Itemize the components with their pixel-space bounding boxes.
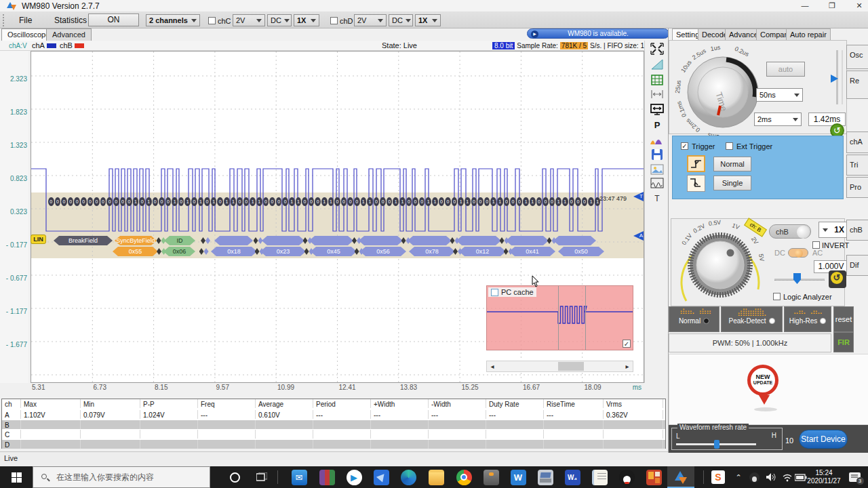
- decode-segment[interactable]: [408, 236, 452, 245]
- taskbar-app-oscilloscope[interactable]: [667, 466, 694, 488]
- taskbar-app-printer[interactable]: [532, 466, 559, 488]
- edge-tab-chb[interactable]: chB: [846, 220, 868, 241]
- coupling-toggle[interactable]: [788, 248, 808, 258]
- panel-tab-auto-repair[interactable]: Auto repair: [786, 28, 831, 40]
- taskbar-app-qq[interactable]: [613, 466, 640, 488]
- scroll-left-icon[interactable]: ◂: [487, 361, 498, 371]
- decode-segment[interactable]: [262, 236, 304, 245]
- offset-slider-thumb[interactable]: [793, 273, 801, 284]
- auto-button[interactable]: auto: [766, 62, 805, 77]
- chC-checkbox[interactable]: [208, 17, 216, 24]
- close-button[interactable]: ✕: [849, 0, 868, 12]
- edge-tab-cha[interactable]: chA: [846, 131, 868, 153]
- chD-probe-select[interactable]: 1X: [415, 14, 441, 26]
- edge-tab-tri[interactable]: Tri: [846, 155, 868, 176]
- cache-confirm-checkbox[interactable]: ✓: [623, 340, 631, 348]
- taskbar-app-tiles[interactable]: [640, 466, 667, 488]
- edge-tab-osc[interactable]: Osc: [846, 45, 868, 69]
- probe-select[interactable]: 1X: [818, 222, 848, 238]
- rising-edge-button[interactable]: [687, 155, 705, 172]
- screenshot-icon[interactable]: [650, 164, 665, 178]
- start-button[interactable]: [0, 466, 33, 488]
- taskbar-app-winrar[interactable]: [313, 466, 340, 488]
- channels-select[interactable]: 2 channels: [146, 14, 200, 26]
- decode-segment[interactable]: 0x18: [211, 247, 257, 256]
- decode-segment[interactable]: [214, 236, 253, 245]
- decode-segment[interactable]: ID: [164, 236, 195, 245]
- decode-segment[interactable]: SyncByteField: [115, 236, 157, 245]
- display-range-icon[interactable]: [650, 103, 665, 117]
- chC-volt-select[interactable]: 2V: [233, 14, 265, 26]
- width-measure-icon[interactable]: [650, 89, 665, 103]
- ruler-icon[interactable]: [650, 58, 665, 72]
- chD-checkbox[interactable]: [330, 17, 338, 24]
- menu-file[interactable]: File: [16, 15, 35, 26]
- tray-speaker-icon[interactable]: [762, 466, 780, 488]
- falling-edge-button[interactable]: [687, 175, 705, 192]
- tray-qq-icon[interactable]: [746, 466, 762, 488]
- decode-segment[interactable]: [359, 236, 403, 245]
- acq-highres-button[interactable]: ⠤⠶⠄⠠⠶⠤ High-Res: [784, 306, 831, 332]
- chC-probe-select[interactable]: 1X: [294, 14, 319, 26]
- action-center-button[interactable]: 3: [844, 466, 865, 488]
- decode-segment[interactable]: 0x78: [409, 247, 455, 256]
- trigger-single-button[interactable]: Single: [713, 176, 751, 190]
- expand-icon[interactable]: [650, 43, 665, 56]
- taskbar-app-wps[interactable]: W: [505, 466, 532, 488]
- reference-wave-icon[interactable]: [650, 178, 665, 191]
- invert-checkbox[interactable]: [812, 241, 820, 249]
- maximize-button[interactable]: ❐: [822, 0, 842, 12]
- acq-normal-radio[interactable]: [703, 318, 709, 324]
- tray-chevron-up-icon[interactable]: ⌃: [731, 466, 746, 488]
- start-device-button[interactable]: Start Device: [799, 430, 848, 449]
- decode-segment[interactable]: BreakField: [54, 236, 113, 245]
- decode-segment[interactable]: 0x56: [360, 247, 406, 256]
- update-banner[interactable]: ▶ WM980 is available.: [527, 28, 669, 39]
- decode-segment[interactable]: [553, 236, 596, 245]
- refresh-slider-thumb[interactable]: [714, 440, 719, 449]
- taskbar-app-mail[interactable]: ✉: [285, 466, 313, 488]
- decode-segment[interactable]: 0x41: [509, 247, 555, 256]
- grid-icon[interactable]: [650, 74, 665, 87]
- save-icon[interactable]: [650, 148, 665, 161]
- decode-segment[interactable]: 0x45: [311, 247, 357, 256]
- decode-segment[interactable]: 0x50: [558, 247, 604, 256]
- acq-highres-radio[interactable]: [820, 318, 826, 324]
- decode-segment[interactable]: [456, 236, 501, 245]
- decode-segment[interactable]: [309, 236, 353, 245]
- scroll-right-icon[interactable]: ▸: [622, 361, 633, 371]
- chC-coupling-select[interactable]: DC: [267, 14, 292, 26]
- timebase-select[interactable]: 2ms: [754, 113, 802, 126]
- cortana-button[interactable]: [222, 466, 247, 488]
- trigger-checkbox[interactable]: [681, 142, 688, 150]
- tab-advanced[interactable]: Advanced: [46, 28, 92, 41]
- decode-segment[interactable]: 0x06: [163, 247, 195, 256]
- pc-cache-overlay[interactable]: PC cache ✓: [486, 285, 633, 350]
- reset-button[interactable]: reset: [833, 306, 854, 332]
- acq-normal-button[interactable]: ⠰⠷⠶⠄⠰⠷⠶ Normal: [669, 306, 719, 332]
- chD-coupling-select[interactable]: DC: [389, 14, 413, 26]
- decode-segment[interactable]: [506, 236, 549, 245]
- trigger-level-marker[interactable]: T: [632, 192, 644, 202]
- decode-segment[interactable]: 0x55: [113, 247, 158, 256]
- taskbar-app-device[interactable]: [477, 466, 505, 488]
- scroll-thumb[interactable]: [558, 362, 584, 371]
- edge-tab-re[interactable]: Re: [846, 70, 868, 99]
- taskbar-app-explorer[interactable]: [422, 466, 450, 488]
- logic-analyzer-checkbox[interactable]: [773, 293, 781, 300]
- pause-marker-icon[interactable]: P: [650, 120, 665, 134]
- acq-peak-button[interactable]: ⣴⣿⣶⣾⣿⣆ Peak-Detect: [721, 306, 783, 332]
- taskbar-search[interactable]: 在这里输入你要搜索的内容: [33, 466, 210, 488]
- edge-tab-pro[interactable]: Pro: [846, 177, 868, 198]
- waveform-plot[interactable]: 0000000000000101000101010101100110000110…: [31, 51, 644, 383]
- acq-peak-radio[interactable]: [769, 318, 775, 324]
- horizontal-scrollbar[interactable]: ◂ ▸: [486, 361, 633, 372]
- trigger-text-icon[interactable]: T: [650, 194, 665, 207]
- pc-cache-toggle[interactable]: PC cache: [488, 287, 536, 297]
- trigger-normal-button[interactable]: Normal: [713, 157, 751, 171]
- spectrum-icon[interactable]: [650, 134, 665, 148]
- taskbar-app-video[interactable]: ▶: [340, 466, 368, 488]
- taskbar-app-hexeditor[interactable]: W₄: [559, 466, 586, 488]
- taskbar-app-chrome[interactable]: [450, 466, 477, 488]
- minimize-button[interactable]: —: [795, 0, 815, 12]
